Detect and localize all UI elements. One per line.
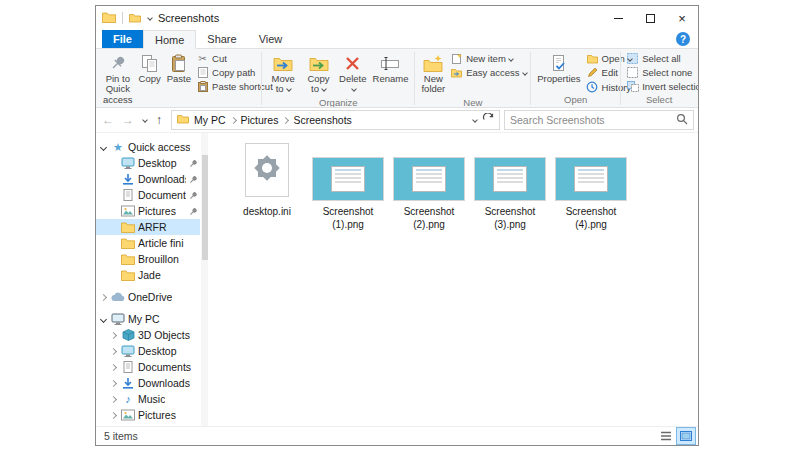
file-item-screenshot-2[interactable]: Screenshot (2).png [392,141,466,231]
copy-button[interactable]: Copy [136,51,164,86]
file-icon-slot [393,141,465,201]
collapse-chevron-icon[interactable] [100,315,107,322]
file-icon-slot [474,141,546,201]
help-icon[interactable]: ? [676,32,690,46]
recent-locations-caret-icon[interactable] [142,117,148,123]
sidebar-item-quick-access[interactable]: ★ Quick access [96,139,200,155]
breadcrumb-screenshots[interactable]: Screenshots [293,114,351,126]
properties-button[interactable]: Properties [534,51,583,86]
tab-share[interactable]: Share [196,30,247,48]
copy-to-button[interactable]: Copy to [301,51,336,97]
details-view-button[interactable] [656,427,676,445]
edit-label: Edit [602,67,618,78]
address-dropdown-caret-icon[interactable] [472,117,478,123]
search-icon [676,111,688,129]
image-thumbnail [555,157,627,201]
status-bar: 5 items [96,426,698,445]
back-button[interactable]: ← [100,113,116,127]
search-input[interactable] [510,114,672,126]
documents-icon [121,189,135,201]
expand-chevron-icon[interactable] [110,347,117,354]
history-icon [586,81,599,93]
copy-path-label: Copy path [212,67,255,78]
sidebar-item-pc-downloads[interactable]: Downloads [96,375,200,391]
file-name: Screenshot (3).png [473,206,547,231]
folder-icon [121,237,135,249]
refresh-icon[interactable] [482,113,494,127]
rename-button[interactable]: Rename [370,51,412,86]
file-item-desktop-ini[interactable]: desktop.ini [230,141,304,219]
sidebar-item-qa-downloads[interactable]: Downloads [96,171,200,187]
file-item-screenshot-1[interactable]: Screenshot (1).png [311,141,385,231]
quick-access-toolbar [102,9,152,27]
dropdown-caret-icon [522,70,528,76]
sidebar-item-qa-desktop[interactable]: Desktop [96,155,200,171]
collapse-chevron-icon[interactable] [100,143,107,150]
computer-icon [111,313,125,325]
dropdown-caret-icon [351,87,357,93]
up-button[interactable]: ↑ [151,113,167,127]
sidebar-item-3d-objects[interactable]: 3D Objects [96,327,200,343]
scrollbar-thumb[interactable] [202,155,208,260]
search-box[interactable] [504,110,694,130]
sidebar-item-jade[interactable]: Jade [96,267,200,283]
sidebar-item-pc-documents[interactable]: Documents [96,359,200,375]
file-list[interactable]: desktop.ini Screenshot (1).png [208,133,698,426]
qat-customize-caret-icon[interactable] [147,15,153,21]
new-folder-button[interactable]: New folder [418,51,448,97]
easy-access-button[interactable]: Easy access [448,66,528,79]
onedrive-cloud-icon [111,292,125,302]
expand-chevron-icon[interactable] [110,411,117,418]
sidebar-item-article-fini[interactable]: Article fini [96,235,200,251]
breadcrumb[interactable]: My PC Pictures Screenshots [171,110,500,130]
minimize-icon [614,18,623,19]
view-toggles [656,427,696,445]
file-item-screenshot-4[interactable]: Screenshot (4).png [554,141,628,231]
forward-button[interactable]: → [120,113,136,127]
breadcrumb-pictures[interactable]: Pictures [241,114,279,126]
new-item-button[interactable]: New item [448,52,528,65]
tab-file[interactable]: File [102,30,143,48]
paste-button[interactable]: Paste [164,51,194,86]
sidebar-item-arfr[interactable]: ARFR [96,219,200,235]
tab-home[interactable]: Home [143,30,196,49]
sidebar-item-pc-pictures[interactable]: Pictures [96,407,200,423]
desktop-icon [121,345,135,357]
sidebar-item-brouillon[interactable]: Brouillon [96,251,200,267]
delete-icon [344,53,361,73]
easy-access-icon [450,68,463,78]
close-button[interactable]: × [666,6,698,30]
file-item-screenshot-3[interactable]: Screenshot (3).png [473,141,547,231]
ribbon-group-open: Properties Open Edit [532,50,619,107]
expand-chevron-icon[interactable] [110,379,117,386]
minimize-button[interactable] [602,6,634,30]
maximize-button[interactable] [634,6,666,30]
breadcrumb-my-pc[interactable]: My PC [194,114,226,126]
pin-to-quick-access-button[interactable]: Pin to Quick access [100,51,136,107]
sidebar-item-qa-pictures[interactable]: Pictures [96,203,200,219]
file-icon-slot [312,141,384,201]
invert-selection-button[interactable]: Invert selection [624,80,698,93]
downloads-icon [121,377,135,389]
documents-icon [121,361,135,373]
delete-button[interactable]: Delete [336,51,369,97]
expand-chevron-icon[interactable] [110,363,117,370]
expand-chevron-icon[interactable] [110,395,117,402]
sidebar-scrollbar[interactable] [201,133,208,426]
select-none-button[interactable]: Select none [624,66,698,79]
downloads-icon [121,173,135,185]
sidebar-item-onedrive[interactable]: OneDrive [96,289,200,305]
sidebar-item-pc-desktop[interactable]: Desktop [96,343,200,359]
file-icon-slot [555,141,627,201]
new-small-buttons: New item Easy access [448,51,528,79]
sidebar-item-music[interactable]: ♪ Music [96,391,200,407]
expand-chevron-icon[interactable] [110,331,117,338]
select-all-button[interactable]: Select all [624,52,698,65]
sidebar-item-qa-documents[interactable]: Documents [96,187,200,203]
move-to-button[interactable]: Move to [265,51,301,97]
thumbnails-view-button[interactable] [676,427,696,445]
expand-chevron-icon[interactable] [100,293,107,300]
sidebar-item-my-pc[interactable]: My PC [96,311,200,327]
qat-folder-icon[interactable] [129,9,141,27]
tab-view[interactable]: View [248,30,294,48]
